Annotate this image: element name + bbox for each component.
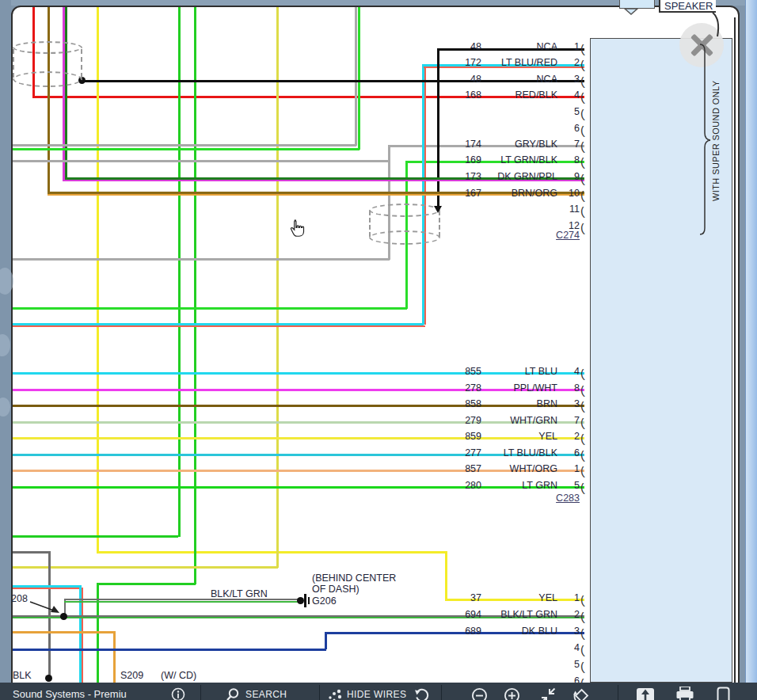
wire-segment [13, 148, 359, 150]
rotate-button[interactable] [573, 687, 591, 700]
connector-pin-arc: ( [580, 643, 585, 656]
wire-color-code: NCA [485, 74, 557, 85]
pin-number: 5 [559, 659, 580, 670]
cursor-pointer [288, 219, 306, 238]
wire-segment [276, 7, 279, 568]
shield-symbol [369, 204, 440, 217]
pin-number: 11 [559, 204, 580, 215]
reset-view-button[interactable] [414, 687, 430, 700]
wire-segment [13, 566, 278, 569]
wire-segment [437, 48, 439, 211]
wire-segment [48, 551, 51, 678]
pin-number: 7 [559, 415, 580, 426]
connector-pin-arc: ( [580, 90, 585, 104]
wire-segment [13, 551, 49, 554]
wire-color-code: WHT/ORG [485, 463, 557, 474]
pin-number: 7 [559, 139, 580, 150]
wire-circuit-number: 48 [434, 74, 481, 85]
wire-circuit-number: 172 [434, 57, 481, 68]
fit-screen-button[interactable] [539, 687, 557, 700]
device-button[interactable] [717, 687, 730, 700]
wire-circuit-number: 174 [434, 139, 481, 150]
ground-symbol [308, 597, 310, 604]
wire-segment [13, 649, 326, 651]
connector-pin-arc: ( [580, 481, 585, 494]
wire-color-code: LT BLU/BLK [485, 447, 557, 458]
wire-circuit-number: 859 [434, 431, 481, 442]
wire-color-code: DK BLU [485, 626, 557, 637]
wire-segment [325, 632, 327, 649]
zoom-out-button[interactable] [471, 687, 488, 700]
wire-circuit-number: 277 [434, 447, 481, 458]
wire-segment [13, 258, 390, 261]
connector-pin-arc: ( [580, 58, 585, 71]
zoom-in-button[interactable] [504, 687, 520, 700]
shield-symbol [369, 211, 371, 237]
wire-color-code: NCA [485, 41, 557, 52]
wire-circuit-number: 694 [434, 609, 481, 620]
wire-circuit-number: 689 [434, 626, 481, 637]
hide-wires-button[interactable] [328, 688, 344, 700]
search-icon [225, 687, 240, 700]
connector-pin-arc: ( [580, 139, 585, 153]
splice-s209-label: S209 [120, 670, 143, 681]
connector-pin-arc: ( [580, 204, 585, 218]
connector-pin-arc: ( [580, 448, 585, 462]
vertical-scrollbar[interactable] [745, 0, 757, 683]
pin-number: 3 [559, 74, 580, 85]
wire-circuit-number: 279 [434, 415, 481, 426]
wire-segment [97, 551, 447, 554]
wire-segment [97, 583, 196, 585]
pin-number: 6 [559, 447, 580, 458]
wire-segment [358, 7, 360, 150]
search-button[interactable] [225, 687, 240, 700]
blk-wire-label: BLK [13, 670, 32, 681]
wire-circuit-number: 855 [434, 366, 481, 377]
hide-wires-label[interactable]: HIDE WIRES [347, 689, 406, 700]
pin-number: 6 [559, 123, 580, 134]
wire-circuit-number: 173 [434, 171, 481, 182]
close-icon[interactable] [679, 23, 724, 67]
shield-symbol [81, 49, 82, 78]
shield-symbol [13, 49, 14, 78]
pin-number: 2 [559, 57, 580, 68]
info-button[interactable] [171, 687, 185, 700]
wire-segment [424, 67, 426, 325]
ground-location-line1: (BEHIND CENTER [312, 573, 396, 584]
connector-pin-arc: ( [580, 593, 585, 607]
speaker-label: SPEAKER [664, 0, 713, 12]
connector-pin-arc: ( [580, 399, 585, 413]
pin-number: 10 [559, 188, 580, 199]
connector-link[interactable]: C274 [538, 230, 580, 241]
pin-number: 9 [559, 171, 580, 182]
pin-number: 1 [559, 592, 580, 603]
junction-dot [45, 675, 52, 682]
export-button[interactable] [636, 687, 655, 700]
wire-color-code: YEL [485, 431, 557, 442]
connector-pin-arc: ( [580, 42, 585, 55]
wire-segment [13, 307, 407, 310]
diagram-title: Sound Systems - Premiu [13, 688, 127, 700]
pin-number: 3 [559, 626, 580, 637]
toolbar-divider [441, 685, 442, 700]
bottom-toolbar: Sound Systems - Premiu SEARCH HIDE WIRES [0, 683, 757, 700]
junction-dot [297, 597, 304, 604]
wire-segment [64, 601, 300, 603]
ground-location-line2: OF DASH) [312, 584, 359, 595]
reset-icon [414, 687, 430, 700]
wire-color-code: BRN [485, 398, 557, 409]
pin-number: 3 [559, 398, 580, 409]
connector-link[interactable]: C283 [538, 493, 580, 504]
connector-pin-arc: ( [580, 610, 585, 623]
print-button[interactable] [675, 687, 694, 700]
wire-circuit-number: 280 [434, 480, 481, 491]
toolbar-divider [200, 685, 201, 700]
search-label[interactable]: SEARCH [245, 689, 287, 700]
connector-pin-arc: ( [580, 155, 585, 169]
wire-circuit-number: 48 [434, 41, 481, 52]
shield-symbol [13, 71, 82, 87]
pin-number: 4 [559, 89, 580, 101]
super-sound-note: WITH SUPER SOUND ONLY [711, 49, 721, 233]
shield-symbol [13, 41, 82, 54]
export-icon [636, 687, 655, 700]
